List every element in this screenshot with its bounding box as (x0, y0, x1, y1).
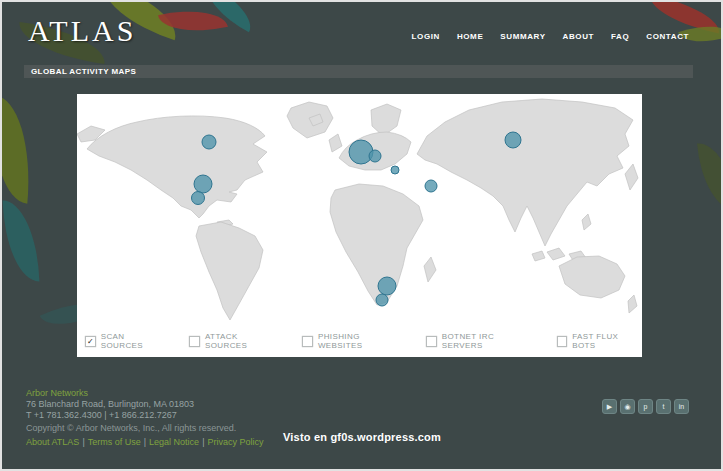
company-address: 76 Blanchard Road, Burlington, MA 01803 (26, 399, 263, 410)
global-activity-map-panel: ✓ SCAN SOURCES ATTACK SOURCES PHISHING W… (77, 94, 642, 357)
legend-label: ATTACK SOURCES (205, 332, 280, 350)
nav-contact[interactable]: CONTACT (646, 32, 689, 41)
legal-notice-link[interactable]: Legal Notice (149, 437, 199, 447)
map-marker-south-africa[interactable] (378, 277, 396, 295)
atlas-page: ATLAS LOGIN HOME SUMMARY ABOUT FAQ CONTA… (0, 0, 723, 471)
nav-login[interactable]: LOGIN (412, 32, 440, 41)
about-atlas-link[interactable]: About ATLAS (26, 437, 79, 447)
map-marker-central-europe[interactable] (369, 150, 381, 162)
twitter-icon[interactable]: t (656, 399, 671, 414)
world-map (77, 94, 642, 327)
legend-item: BOTNET IRC SERVERS (426, 332, 534, 350)
footer-links: About ATLAS|Terms of Use|Legal Notice|Pr… (26, 437, 263, 448)
phishing-websites-checkbox[interactable] (302, 336, 313, 347)
map-marker-middle-east[interactable] (425, 180, 437, 192)
watermark: Visto en gf0s.wordpress.com (283, 431, 441, 443)
map-marker-south-africa-2[interactable] (376, 294, 388, 306)
terms-of-use-link[interactable]: Terms of Use (88, 437, 141, 447)
map-marker-eastern-europe[interactable] (391, 166, 399, 174)
map-marker-us-south[interactable] (192, 192, 205, 205)
botnet-irc-servers-checkbox[interactable] (426, 336, 437, 347)
dribbble-icon[interactable]: ◉ (620, 399, 635, 414)
link-separator: | (79, 437, 87, 447)
social-icons: ▶ ◉ p t in (602, 399, 689, 414)
legend-item: ATTACK SOURCES (189, 332, 280, 350)
map-marker-canada[interactable] (202, 135, 216, 149)
company-name: Arbor Networks (26, 388, 263, 399)
copyright-notice: Copyright © Arbor Networks, Inc., All ri… (26, 423, 263, 434)
privacy-policy-link[interactable]: Privacy Policy (207, 437, 263, 447)
main-nav: LOGIN HOME SUMMARY ABOUT FAQ CONTACT (412, 32, 689, 41)
legend-item: ✓ SCAN SOURCES (85, 332, 167, 350)
section-title-bar: GLOBAL ACTIVITY MAPS (24, 65, 693, 78)
fast-flux-bots-checkbox[interactable] (557, 336, 568, 347)
atlas-logo: ATLAS (28, 14, 136, 48)
legend-label: PHISHING WEBSITES (318, 332, 404, 350)
company-phone: T +1 781.362.4300 | +1 866.212.7267 (26, 410, 263, 421)
legend-label: BOTNET IRC SERVERS (442, 332, 535, 350)
pinterest-icon[interactable]: p (638, 399, 653, 414)
continents (77, 99, 638, 320)
map-legend: ✓ SCAN SOURCES ATTACK SOURCES PHISHING W… (85, 332, 642, 350)
legend-label: SCAN SOURCES (101, 332, 168, 350)
attack-sources-checkbox[interactable] (189, 336, 200, 347)
legend-item: FAST FLUX BOTS (557, 332, 642, 350)
link-separator: | (141, 437, 149, 447)
nav-summary[interactable]: SUMMARY (500, 32, 545, 41)
linkedin-icon[interactable]: in (674, 399, 689, 414)
youtube-icon[interactable]: ▶ (602, 399, 617, 414)
scan-sources-checkbox[interactable]: ✓ (85, 336, 96, 347)
legend-item: PHISHING WEBSITES (302, 332, 404, 350)
map-marker-western-europe[interactable] (349, 140, 373, 164)
nav-faq[interactable]: FAQ (611, 32, 629, 41)
map-marker-russia[interactable] (505, 132, 521, 148)
footer: Arbor Networks 76 Blanchard Road, Burlin… (26, 388, 263, 448)
nav-home[interactable]: HOME (457, 32, 483, 41)
legend-label: FAST FLUX BOTS (572, 332, 642, 350)
nav-about[interactable]: ABOUT (563, 32, 594, 41)
map-marker-us-central[interactable] (194, 175, 212, 193)
